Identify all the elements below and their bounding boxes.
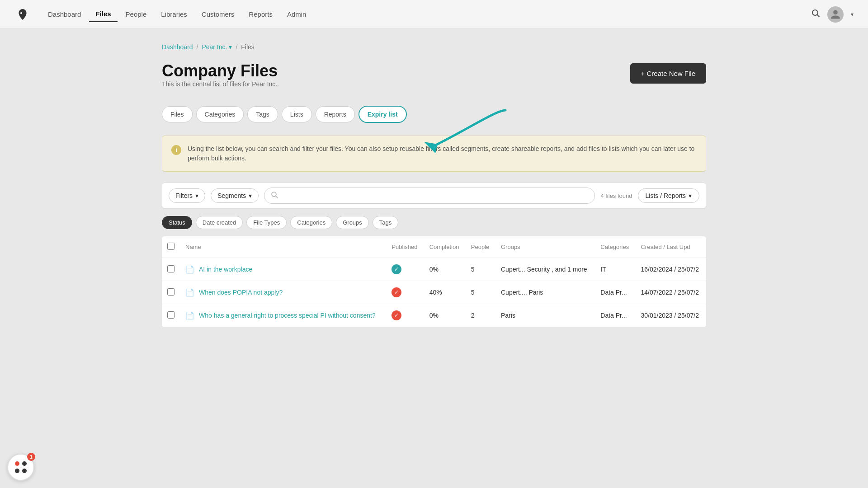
create-new-file-button[interactable]: + Create New File [630,63,706,84]
row-created-cell: 14/07/2022 / 25/07/2 [635,281,706,304]
nav-files[interactable]: Files [89,6,117,22]
table-body: 📄 AI in the workplace ✓0%5Cupert... Secu… [162,258,706,327]
row-checkbox-cell [162,304,180,327]
filters-label: Filters [175,192,193,199]
row-published-cell: ✓ [386,258,424,281]
table-row: 📄 AI in the workplace ✓0%5Cupert... Secu… [162,258,706,281]
row-completion-cell: 40% [424,281,466,304]
row-checkbox-cell [162,258,180,281]
svg-line-2 [817,15,820,17]
nav-customers[interactable]: Customers [195,7,241,22]
row-categories-cell: Data Pr... [595,304,635,327]
tab-files[interactable]: Files [162,106,193,122]
select-all-checkbox[interactable] [167,243,175,250]
tab-reports[interactable]: Reports [316,106,355,122]
page-title: Company Files [162,61,279,80]
filters-chevron-icon: ▾ [195,192,198,199]
row-checkbox[interactable] [167,265,175,272]
avatar-chevron-icon[interactable]: ▾ [851,11,854,18]
search-input[interactable] [282,192,588,199]
tab-categories[interactable]: Categories [196,106,244,122]
row-groups-cell: Paris [495,304,595,327]
nav-reports[interactable]: Reports [242,7,279,22]
published-status-icon: ✓ [392,310,401,320]
file-name: AI in the workplace [199,266,252,273]
nav-libraries[interactable]: Libraries [155,7,193,22]
col-groups: Groups [495,236,595,258]
app-logo[interactable] [14,6,31,23]
chip-status[interactable]: Status [162,216,192,229]
page-subtitle: This is the central list of files for Pe… [162,80,279,88]
col-completion: Completion [424,236,466,258]
avatar[interactable] [827,6,844,23]
row-people-cell: 5 [466,258,495,281]
row-name-cell: 📄 Who has a general right to process spe… [180,304,386,327]
chip-groups[interactable]: Groups [336,216,369,229]
nav-right: ▾ [811,6,854,23]
row-published-cell: ✓ [386,281,424,304]
results-count: 4 files found [600,192,632,199]
lists-reports-button[interactable]: Lists / Reports ▾ [638,188,699,203]
search-bar [264,188,595,204]
col-people: People [466,236,495,258]
breadcrumb-sep-1: / [197,43,198,51]
file-name: When does POPIA not apply? [199,289,283,296]
tab-expiry-list[interactable]: Expiry list [359,106,407,123]
chip-file-types[interactable]: File Types [246,216,287,229]
breadcrumb-company-chevron-icon[interactable]: ▾ [229,43,232,51]
nav-dashboard[interactable]: Dashboard [42,7,87,22]
chip-categories[interactable]: Categories [290,216,332,229]
breadcrumb-company[interactable]: Pear Inc. ▾ [202,43,232,51]
file-link[interactable]: 📄 Who has a general right to process spe… [185,311,381,320]
nav-people[interactable]: People [119,7,153,22]
file-name: Who has a general right to process speci… [199,312,376,319]
info-icon: i [171,145,181,155]
row-checkbox-cell [162,281,180,304]
search-icon[interactable] [811,9,820,20]
chip-date-created[interactable]: Date created [196,216,243,229]
svg-line-5 [276,196,278,198]
row-people-cell: 2 [466,304,495,327]
col-published: Published [386,236,424,258]
segments-chevron-icon: ▾ [249,192,252,199]
navbar: Dashboard Files People Libraries Custome… [0,0,868,29]
table-row: 📄 Who has a general right to process spe… [162,304,706,327]
segments-button[interactable]: Segments ▾ [211,188,259,203]
row-categories-cell: Data Pr... [595,281,635,304]
file-link[interactable]: 📄 When does POPIA not apply? [185,288,381,297]
breadcrumb-sep-2: / [236,43,237,51]
row-people-cell: 5 [466,281,495,304]
breadcrumb-files: Files [241,43,255,51]
filters-button[interactable]: Filters ▾ [169,188,205,203]
file-doc-icon: 📄 [185,311,194,320]
page-header: Company Files This is the central list o… [162,61,706,100]
breadcrumb-company-name: Pear Inc. [202,43,227,51]
chip-tags[interactable]: Tags [373,216,398,229]
tabs-container: Files Categories Tags Lists Reports Expi… [162,106,706,123]
table-row: 📄 When does POPIA not apply? ✓40%5Cupert… [162,281,706,304]
tab-lists[interactable]: Lists [282,106,312,122]
tab-tags[interactable]: Tags [247,106,278,122]
published-status-icon: ✓ [392,264,401,274]
col-created: Created / Last Upd [635,236,706,258]
tabs-section: Files Categories Tags Lists Reports Expi… [162,106,706,123]
row-checkbox[interactable] [167,288,175,296]
filter-bar: Filters ▾ Segments ▾ 4 files found Lists… [162,183,706,209]
breadcrumb-dashboard[interactable]: Dashboard [162,43,193,51]
segments-label: Segments [217,192,246,199]
col-categories: Categories [595,236,635,258]
table-header-checkbox [162,236,180,258]
info-banner: i Using the list below, you can search a… [162,136,706,172]
row-name-cell: 📄 When does POPIA not apply? [180,281,386,304]
row-name-cell: 📄 AI in the workplace [180,258,386,281]
file-doc-icon: 📄 [185,288,194,297]
breadcrumb: Dashboard / Pear Inc. ▾ / Files [162,43,706,51]
main-content: Dashboard / Pear Inc. ▾ / Files Company … [140,29,728,342]
file-link[interactable]: 📄 AI in the workplace [185,265,381,274]
table-header: Name Published Completion People Groups … [162,236,706,258]
nav-admin[interactable]: Admin [281,7,313,22]
row-categories-cell: IT [595,258,635,281]
row-completion-cell: 0% [424,304,466,327]
row-checkbox[interactable] [167,311,175,319]
row-published-cell: ✓ [386,304,424,327]
